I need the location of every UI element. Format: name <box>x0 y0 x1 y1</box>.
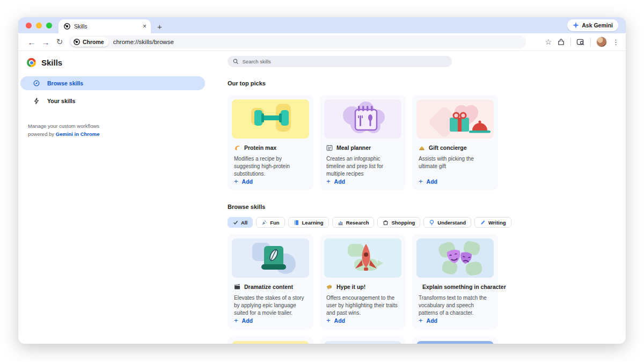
profile-avatar[interactable] <box>596 37 607 47</box>
research-chart-icon <box>338 220 343 226</box>
ask-gemini-button[interactable]: Ask Gemini <box>567 19 618 31</box>
skill-card-partial[interactable] <box>228 337 313 344</box>
more-menu-icon[interactable]: ⋮ <box>612 38 619 46</box>
add-label: Add <box>334 178 345 185</box>
chip-label: Fun <box>270 220 279 226</box>
add-skill-button[interactable]: + Add <box>234 178 309 186</box>
scroll-quill-illustration <box>232 238 309 278</box>
top-picks-grid: Protein max Modifies a recipe by suggest… <box>228 95 626 190</box>
card-title: Hype it up! <box>336 284 365 290</box>
chip-writing[interactable]: Writing <box>474 217 511 228</box>
add-skill-button[interactable]: + Add <box>326 178 401 186</box>
add-skill-button[interactable]: + Add <box>419 317 494 325</box>
partial-illustration <box>232 341 309 344</box>
flexed-biceps-icon <box>234 144 240 151</box>
chip-research[interactable]: Research <box>332 217 375 228</box>
gemini-in-chrome-link[interactable]: Gemini in Chrome <box>56 131 100 137</box>
bookmark-star-icon[interactable]: ☆ <box>545 38 552 46</box>
gift-heart-illustration <box>416 99 494 139</box>
add-label: Add <box>242 178 253 185</box>
search-icon <box>233 59 239 64</box>
search-input[interactable] <box>243 59 447 64</box>
skill-card-meal-planner[interactable]: Meal planner Creates an infographic time… <box>320 95 406 190</box>
card-description: Transforms text to match the vocabulary … <box>419 294 492 317</box>
skill-card-protein-max[interactable]: Protein max Modifies a recipe by suggest… <box>228 95 313 190</box>
skills-favicon-icon <box>64 23 70 30</box>
tab-strip: Skills × + Ask Gemini <box>18 17 626 33</box>
back-icon[interactable]: ← <box>25 38 39 47</box>
tab-search-icon[interactable] <box>576 38 585 46</box>
chip-fun[interactable]: Fun <box>256 217 284 228</box>
skill-card-explain-in-character[interactable]: Explain something in character Transform… <box>412 234 498 329</box>
plus-icon: + <box>419 317 423 324</box>
card-description: Modifies a recipe by suggesting high-pro… <box>234 155 307 178</box>
skill-card-dramatize-content[interactable]: Dramatize content Elevates the stakes of… <box>228 234 313 329</box>
card-description: Elevates the stakes of a story by applyi… <box>234 294 307 317</box>
card-description: Offers encouragement to the user by high… <box>326 294 399 317</box>
add-skill-button[interactable]: + Add <box>326 317 401 325</box>
new-tab-button[interactable]: + <box>157 23 162 31</box>
chip-shopping[interactable]: Shopping <box>377 217 420 228</box>
check-icon <box>233 220 238 225</box>
gemini-sparkle-icon <box>573 22 579 28</box>
forward-icon[interactable]: → <box>39 38 53 47</box>
chrome-url-chip[interactable]: Chrome <box>71 37 109 47</box>
meal-calendar-illustration <box>324 99 401 139</box>
skill-card-partial[interactable] <box>412 337 498 344</box>
sidebar-item-your-skills[interactable]: Your skills <box>20 94 205 108</box>
plus-icon: + <box>419 178 423 185</box>
address-bar[interactable]: Chrome chrome://skills/browse <box>69 35 526 48</box>
skill-card-partial[interactable] <box>320 337 406 344</box>
add-label: Add <box>427 317 437 324</box>
caption-text: Manage your custom workflows <box>28 123 99 129</box>
theater-masks-illustration <box>416 238 494 278</box>
minimize-window-button[interactable] <box>36 23 42 28</box>
card-title: Dramatize content <box>244 284 293 290</box>
reload-icon[interactable]: ↻ <box>53 37 67 47</box>
sidebar-item-browse-skills[interactable]: Browse skills <box>20 76 205 90</box>
chrome-mono-icon <box>74 39 80 45</box>
pen-icon <box>480 220 486 226</box>
sidebar-header: Skills <box>18 51 209 67</box>
category-filter-chips: All Fun Learning <box>228 217 626 228</box>
compass-icon <box>33 80 40 86</box>
browser-tab-skills[interactable]: Skills × <box>58 19 151 33</box>
chip-all[interactable]: All <box>228 217 253 228</box>
plus-icon: + <box>326 178 331 185</box>
chip-learning[interactable]: Learning <box>288 217 329 228</box>
section-heading-top-picks: Our top picks <box>228 80 626 86</box>
browser-window: Skills × + Ask Gemini ← → ↻ Chrome chrom <box>18 17 626 344</box>
card-title: Meal planner <box>336 144 371 151</box>
tab-title: Skills <box>74 23 139 30</box>
plus-icon: + <box>234 178 238 185</box>
zoom-window-button[interactable] <box>46 23 52 28</box>
tab-close-icon[interactable]: × <box>143 23 147 30</box>
ask-gemini-label: Ask Gemini <box>582 22 613 28</box>
dumbbell-illustration <box>232 99 309 139</box>
browse-skills-grid: Dramatize content Elevates the stakes of… <box>228 234 626 329</box>
add-label: Add <box>427 178 437 185</box>
partial-illustration <box>324 341 401 344</box>
sidebar-nav: Browse skills Your skills <box>18 76 209 108</box>
search-skills-bar[interactable] <box>228 56 452 67</box>
card-title: Gift concierge <box>429 144 467 151</box>
chip-understand[interactable]: Understand <box>423 217 471 228</box>
card-title: Protein max <box>244 144 276 151</box>
skill-card-gift-concierge[interactable]: Gift concierge Assists with picking the … <box>412 95 498 190</box>
skill-card-hype-it-up[interactable]: Hype it up! Offers encouragement to the … <box>320 234 406 329</box>
rocket-illustration <box>324 238 401 278</box>
plus-icon: + <box>326 317 331 324</box>
close-window-button[interactable] <box>26 23 32 28</box>
sidebar-item-label: Your skills <box>47 98 75 104</box>
clapperboard-icon <box>234 284 240 290</box>
add-skill-button[interactable]: + Add <box>419 178 494 186</box>
toolbar-separator <box>590 38 591 46</box>
chrome-logo-icon <box>27 58 36 67</box>
lightbulb-icon <box>429 220 435 226</box>
add-skill-button[interactable]: + Add <box>234 317 309 325</box>
chip-label: Research <box>346 220 369 226</box>
sidebar-caption: Manage your custom workflows powered by … <box>28 122 209 138</box>
extensions-icon[interactable] <box>557 38 565 46</box>
megaphone-icon <box>326 284 333 290</box>
sidebar: Skills Browse skills Your skills <box>18 51 209 344</box>
